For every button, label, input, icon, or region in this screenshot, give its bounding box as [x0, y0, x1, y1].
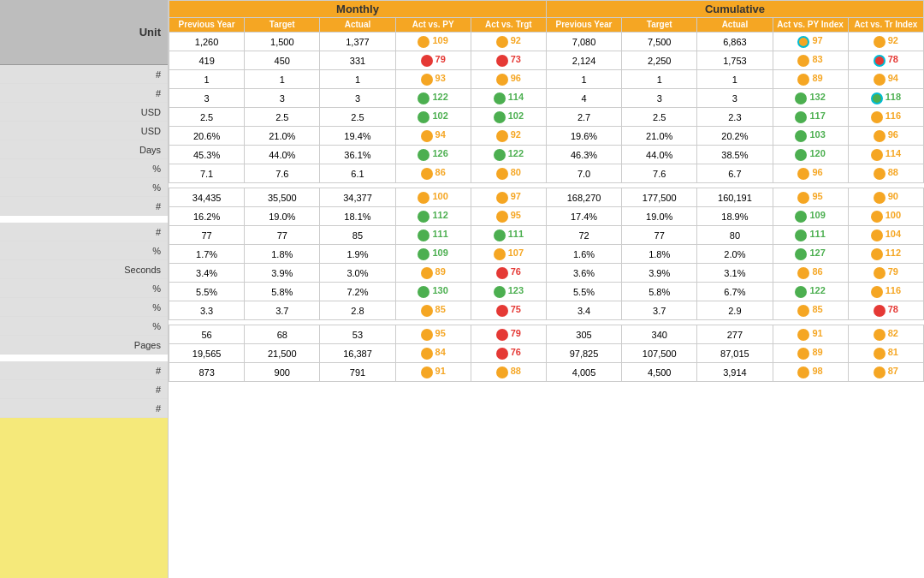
cell-value: 3.0% [320, 264, 395, 283]
cell-value: 2.5 [245, 108, 320, 127]
cell-value: 1 [546, 70, 621, 89]
cell-value: 87,015 [697, 344, 773, 363]
cell-value: 7.6 [245, 164, 320, 183]
cell-cum-act-vs-trgt: 116 [848, 283, 923, 301]
dot-yellow [496, 192, 508, 204]
sidebar-cell: Days [0, 140, 168, 159]
table-row: 333 122 114433 132 118 [169, 89, 924, 108]
cell-value: 38.5% [697, 146, 773, 164]
dot-yellow [871, 229, 883, 241]
table-body: 1,2601,5001,377 109 927,0807,5006,863 97… [169, 33, 924, 382]
cell-cum-act-vs-py: 83 [773, 51, 848, 70]
table-row: 3.33.72.8 85 753.43.72.9 85 78 [169, 301, 924, 320]
col-header: Act vs. Trgt [471, 18, 546, 33]
cell-value: 340 [622, 325, 697, 344]
cell-value: 3.7 [622, 301, 697, 320]
dot-yellow [496, 130, 508, 142]
dot-yellow [421, 168, 433, 180]
table-row: 1.7%1.8%1.9% 109 1071.6%1.8%2.0% 127 112 [169, 245, 924, 264]
dot-green-teal [871, 92, 883, 104]
cell-value: 34,435 [169, 188, 245, 207]
content-area: Monthly Cumulative Previous YearTargetAc… [169, 0, 924, 578]
cell-value: 331 [320, 51, 395, 70]
cell-cum-act-vs-py: 98 [773, 363, 848, 382]
dot-yellow-teal [797, 36, 809, 48]
dot-yellow [797, 348, 809, 360]
cell-value: 1 [169, 70, 245, 89]
cell-act-vs-py: 111 [395, 226, 471, 245]
cell-act-vs-py: 84 [395, 344, 471, 363]
cell-act-vs-py: 122 [395, 89, 471, 108]
cell-value: 3 [622, 89, 697, 108]
table-row: 419450331 79 732,1242,2501,753 83 78 [169, 51, 924, 70]
dot-red [874, 305, 886, 317]
cell-value: 2.3 [697, 108, 773, 127]
unit-label: Unit [139, 26, 161, 39]
cell-act-vs-trgt: 95 [471, 207, 546, 226]
dot-green [418, 92, 429, 104]
dot-yellow [874, 168, 886, 180]
cell-act-vs-py: 102 [395, 108, 471, 127]
dot-red [421, 55, 433, 67]
cell-value: 305 [546, 325, 621, 344]
cell-act-vs-trgt: 122 [471, 146, 546, 164]
cell-cum-act-vs-py: 91 [773, 325, 848, 344]
dot-green [494, 111, 506, 123]
cell-value: 2.0% [697, 245, 773, 264]
table-row: 7.17.66.1 86 807.07.66.7 96 88 [169, 164, 924, 183]
cell-act-vs-py: 95 [395, 325, 471, 344]
cell-value: 7.2% [320, 283, 395, 301]
cell-act-vs-py: 109 [395, 33, 471, 51]
cell-cum-act-vs-trgt: 88 [848, 164, 923, 183]
cell-act-vs-py: 91 [395, 363, 471, 382]
dot-green [418, 211, 429, 223]
dot-yellow [421, 130, 433, 142]
cell-act-vs-py: 86 [395, 164, 471, 183]
cell-cum-act-vs-trgt: 78 [848, 51, 923, 70]
dot-yellow [421, 366, 433, 378]
sidebar-cell: # [0, 197, 168, 216]
cell-value: 4,005 [546, 363, 621, 382]
cell-value: 1.8% [245, 245, 320, 264]
cell-act-vs-trgt: 102 [471, 108, 546, 127]
dot-green [418, 149, 429, 161]
dot-yellow [797, 366, 809, 378]
data-table: Monthly Cumulative Previous YearTargetAc… [169, 0, 924, 382]
col-header: Target [245, 18, 320, 33]
cell-value: 77 [245, 226, 320, 245]
dot-yellow [494, 248, 506, 260]
cell-value: 791 [320, 363, 395, 382]
sidebar-cell: Pages [0, 336, 168, 355]
dot-green [494, 229, 506, 241]
cell-act-vs-trgt: 92 [471, 127, 546, 146]
column-headers-row: Previous YearTargetActualAct vs. PYAct v… [169, 18, 924, 33]
col-header: Act vs. PY [395, 18, 471, 33]
cell-value: 3 [320, 89, 395, 108]
cell-value: 5.8% [245, 283, 320, 301]
cell-act-vs-trgt: 79 [471, 325, 546, 344]
sidebar-cell: % [0, 241, 168, 260]
cell-value: 44.0% [622, 146, 697, 164]
cell-value: 2.7 [546, 108, 621, 127]
cell-value: 873 [169, 363, 245, 382]
cell-value: 1 [697, 70, 773, 89]
dot-red [496, 305, 508, 317]
cell-cum-act-vs-py: 117 [773, 108, 848, 127]
cell-value: 85 [320, 226, 395, 245]
cell-value: 16.2% [169, 207, 245, 226]
cell-value: 19.4% [320, 127, 395, 146]
cell-value: 1.8% [622, 245, 697, 264]
dot-red [496, 55, 508, 67]
dot-yellow [797, 305, 809, 317]
cell-cum-act-vs-trgt: 92 [848, 33, 923, 51]
cell-value: 2,124 [546, 51, 621, 70]
table-row: 111 93 96111 89 94 [169, 70, 924, 89]
cell-value: 4 [546, 89, 621, 108]
cell-value: 34,377 [320, 188, 395, 207]
cell-value: 45.3% [169, 146, 245, 164]
table-row: 1,2601,5001,377 109 927,0807,5006,863 97… [169, 33, 924, 51]
cell-value: 19.6% [546, 127, 621, 146]
dot-green [418, 286, 429, 298]
dot-yellow [797, 329, 809, 341]
sidebar-cell: USD [0, 103, 168, 122]
